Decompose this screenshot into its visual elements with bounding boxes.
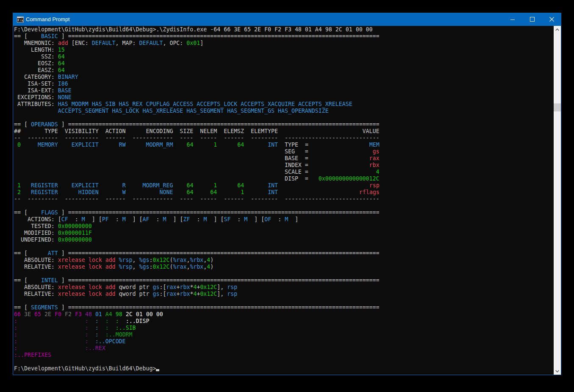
console-line bbox=[14, 359, 554, 365]
console-line: ACTIONS: [CF : M ] [PF : M ] [AF : M ] [… bbox=[14, 216, 554, 223]
command-prompt-window: C:\ Command Prompt F:\Development\GitHub… bbox=[13, 13, 561, 375]
console-line: ABSOLUTE: xrelease lock add %rsp, %gs:0x… bbox=[14, 257, 554, 264]
scroll-down-button[interactable] bbox=[554, 367, 561, 375]
console-line: 0 MEMORY EXPLICIT RW MODRM_RM 64 1 64 IN… bbox=[14, 142, 554, 148]
console-line: RELATIVE: xrelease lock add qword ptr gs… bbox=[14, 291, 554, 297]
console-line: 1 REGISTER EXPLICIT R MODRM_REG 64 1 64 … bbox=[14, 182, 554, 189]
console-line: == [ FLAGS ] ===========================… bbox=[14, 209, 554, 216]
console-line: SSZ: 64 bbox=[14, 53, 554, 60]
console-line: == [ SEGMENTS ] ========================… bbox=[14, 304, 554, 311]
console-line: SCALE = 4 bbox=[14, 169, 554, 175]
console-line: MODIFIED: 0x0000011F bbox=[14, 230, 554, 236]
console-line: ACCEPTS_SEGMENT HAS_LOCK HAS_XRELEASE HA… bbox=[14, 108, 554, 114]
console-line: == [ INTEL ] ===========================… bbox=[14, 277, 554, 284]
console-line: : :..REX bbox=[14, 345, 554, 352]
console-line: 66 3E 65 2E F0 F2 F3 48 01 A4 98 2C 01 0… bbox=[14, 311, 554, 318]
console-line: DISP = 0x000000000000012C bbox=[14, 175, 554, 182]
console-line: BASE = rax bbox=[14, 155, 554, 162]
maximize-button[interactable] bbox=[522, 13, 542, 26]
console-line: TESTED: 0x00000000 bbox=[14, 223, 554, 230]
console-line: == [ BASIC ] ===========================… bbox=[14, 33, 554, 40]
console-line: EXCEPTIONS: NONE bbox=[14, 94, 554, 101]
console-line: 2 REGISTER HIDDEN W NONE 64 64 1 INT rfl… bbox=[14, 189, 554, 196]
console-line: UNDEFINED: 0x00000000 bbox=[14, 236, 554, 243]
close-icon bbox=[549, 17, 554, 22]
console-line: MNEMONIC: add [ENC: DEFAULT, MAP: DEFAUL… bbox=[14, 40, 554, 47]
console-line: ABSOLUTE: xrelease lock add qword ptr gs… bbox=[14, 284, 554, 291]
console-line: == [ OPERANDS ] ========================… bbox=[14, 121, 554, 128]
window-controls bbox=[503, 13, 561, 26]
console-line bbox=[14, 270, 554, 277]
scroll-up-button[interactable] bbox=[554, 26, 561, 33]
console-line: ISA-SET: I86 bbox=[14, 81, 554, 87]
console-line: : : :..OPCODE bbox=[14, 338, 554, 345]
minimize-icon bbox=[510, 17, 515, 22]
console-client-area: F:\Development\GitHub\zydis\Build64\Debu… bbox=[13, 26, 561, 375]
console-line bbox=[14, 114, 554, 121]
console-line: ## TYPE VISIBILITY ACTION ENCODING SIZE … bbox=[14, 128, 554, 135]
scrollbar-thumb[interactable] bbox=[554, 103, 561, 111]
console-line: :..PREFIXES bbox=[14, 352, 554, 359]
close-button[interactable] bbox=[542, 13, 561, 26]
console-output[interactable]: F:\Development\GitHub\zydis\Build64\Debu… bbox=[13, 26, 554, 375]
vertical-scrollbar[interactable] bbox=[554, 26, 561, 375]
cmd-app-icon: C:\ bbox=[17, 17, 24, 22]
chevron-down-icon bbox=[555, 370, 559, 373]
desktop: {"window": {"title": "Command Prompt","c… bbox=[0, 0, 574, 392]
console-line: ISA-EXT: BASE bbox=[14, 87, 554, 94]
console-line: -- --------- ---------- ------ ---------… bbox=[14, 196, 554, 203]
minimize-button[interactable] bbox=[503, 13, 522, 26]
text-cursor bbox=[156, 369, 159, 371]
chevron-up-icon bbox=[555, 28, 559, 31]
svg-text:C:\: C:\ bbox=[18, 18, 24, 22]
console-line: : : : : :..SIB bbox=[14, 325, 554, 331]
console-line: : : : :..MODRM bbox=[14, 331, 554, 338]
titlebar[interactable]: C:\ Command Prompt bbox=[13, 13, 561, 26]
console-line: : : : : : :..DISP bbox=[14, 318, 554, 325]
console-line bbox=[14, 203, 554, 209]
console-line: EOSZ: 64 bbox=[14, 60, 554, 67]
console-line: == [ ATT ] =============================… bbox=[14, 250, 554, 257]
console-line: -- --------- ---------- ------ ---------… bbox=[14, 135, 554, 142]
console-line: RELATIVE: xrelease lock add %rsp, %gs:0x… bbox=[14, 264, 554, 270]
console-line: F:\Development\GitHub\zydis\Build64\Debu… bbox=[14, 26, 554, 33]
console-line: LENGTH: 15 bbox=[14, 47, 554, 53]
console-line bbox=[14, 297, 554, 304]
window-title: Command Prompt bbox=[26, 17, 70, 22]
console-line: ATTRIBUTES: HAS_MODRM HAS_SIB HAS_REX CP… bbox=[14, 101, 554, 108]
maximize-icon bbox=[530, 17, 535, 22]
console-line bbox=[14, 243, 554, 250]
console-line: INDEX = rbx bbox=[14, 162, 554, 169]
console-line: F:\Development\GitHub\zydis\Build64\Debu… bbox=[14, 365, 554, 372]
console-line: CATEGORY: BINARY bbox=[14, 74, 554, 81]
console-line: SEG = gs bbox=[14, 148, 554, 155]
console-line: EASZ: 64 bbox=[14, 67, 554, 74]
